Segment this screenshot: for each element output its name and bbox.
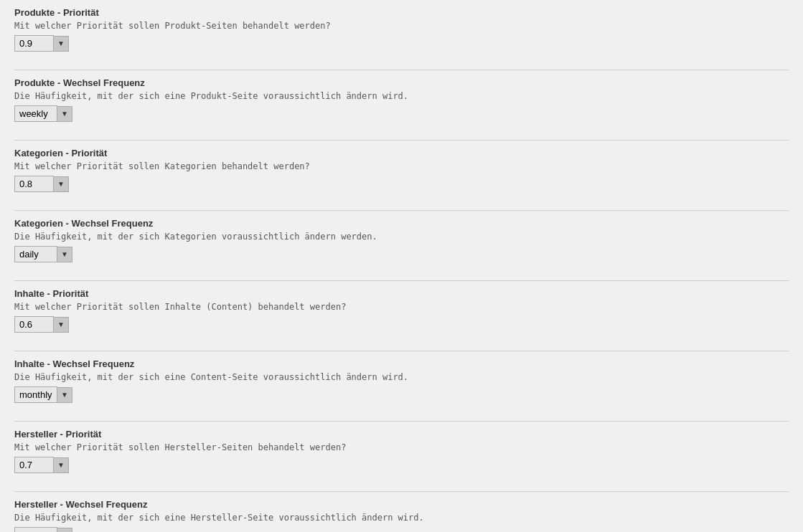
divider xyxy=(14,491,789,492)
label-hersteller-frequenz: Hersteller - Wechsel Frequenz xyxy=(14,499,789,510)
field-group-inhalte-frequenz: Inhalte - Wechsel FrequenzDie Häufigkeit… xyxy=(14,358,789,407)
select-arrow-kategorien-prioritaet[interactable]: ▼ xyxy=(54,176,69,192)
label-inhalte-prioritaet: Inhalte - Priorität xyxy=(14,288,789,299)
field-group-kategorien-frequenz: Kategorien - Wechsel FrequenzDie Häufigk… xyxy=(14,218,789,266)
select-wrapper-kategorien-frequenz: alwayshourlydailyweeklymonthlyyearlyneve… xyxy=(14,246,72,262)
field-group-inhalte-prioritaet: Inhalte - PrioritätMit welcher Priorität… xyxy=(14,288,789,336)
divider xyxy=(14,210,789,211)
select-wrapper-inhalte-frequenz: alwayshourlydailyweeklymonthlyyearlyneve… xyxy=(14,386,72,403)
description-hersteller-frequenz: Die Häufigkeit, mit der sich eine Herste… xyxy=(14,513,789,523)
select-wrapper-kategorien-prioritaet: 0.00.10.20.30.40.50.60.70.80.91.0▼ xyxy=(14,176,69,192)
select-arrow-hersteller-frequenz[interactable]: ▼ xyxy=(57,528,72,533)
select-produkte-prioritaet[interactable]: 0.00.10.20.30.40.50.60.70.80.91.0 xyxy=(14,35,54,52)
label-produkte-frequenz: Produkte - Wechsel Frequenz xyxy=(14,77,789,88)
select-arrow-produkte-prioritaet[interactable]: ▼ xyxy=(54,36,69,52)
description-kategorien-frequenz: Die Häufigkeit, mit der sich Kategorien … xyxy=(14,232,789,242)
select-wrapper-inhalte-prioritaet: 0.00.10.20.30.40.50.60.70.80.91.0▼ xyxy=(14,316,69,333)
label-kategorien-prioritaet: Kategorien - Priorität xyxy=(14,148,789,158)
select-arrow-produkte-frequenz[interactable]: ▼ xyxy=(57,106,72,122)
select-kategorien-frequenz[interactable]: alwayshourlydailyweeklymonthlyyearlyneve… xyxy=(14,246,57,262)
divider xyxy=(14,140,789,141)
label-kategorien-frequenz: Kategorien - Wechsel Frequenz xyxy=(14,218,789,229)
label-hersteller-prioritaet: Hersteller - Priorität xyxy=(14,429,789,440)
description-kategorien-prioritaet: Mit welcher Priorität sollen Kategorien … xyxy=(14,161,789,171)
select-wrapper-hersteller-prioritaet: 0.00.10.20.30.40.50.60.70.80.91.0▼ xyxy=(14,457,69,473)
field-group-hersteller-frequenz: Hersteller - Wechsel FrequenzDie Häufigk… xyxy=(14,499,789,532)
select-inhalte-frequenz[interactable]: alwayshourlydailyweeklymonthlyyearlyneve… xyxy=(14,386,57,403)
field-group-hersteller-prioritaet: Hersteller - PrioritätMit welcher Priori… xyxy=(14,429,789,477)
select-arrow-inhalte-frequenz[interactable]: ▼ xyxy=(57,387,72,403)
select-arrow-hersteller-prioritaet[interactable]: ▼ xyxy=(54,457,69,473)
divider xyxy=(14,421,789,422)
select-inhalte-prioritaet[interactable]: 0.00.10.20.30.40.50.60.70.80.91.0 xyxy=(14,316,54,333)
select-produkte-frequenz[interactable]: alwayshourlydailyweeklymonthlyyearlyneve… xyxy=(14,105,57,122)
field-group-produkte-frequenz: Produkte - Wechsel FrequenzDie Häufigkei… xyxy=(14,77,789,125)
select-hersteller-frequenz[interactable]: alwayshourlydailyweeklymonthlyyearlyneve… xyxy=(14,527,57,532)
settings-container: Produkte - PrioritätMit welcher Prioritä… xyxy=(0,0,803,532)
field-group-kategorien-prioritaet: Kategorien - PrioritätMit welcher Priori… xyxy=(14,148,789,196)
description-inhalte-frequenz: Die Häufigkeit, mit der sich eine Conten… xyxy=(14,372,789,382)
divider xyxy=(14,280,789,281)
select-wrapper-produkte-frequenz: alwayshourlydailyweeklymonthlyyearlyneve… xyxy=(14,105,72,122)
divider xyxy=(14,351,789,351)
select-kategorien-prioritaet[interactable]: 0.00.10.20.30.40.50.60.70.80.91.0 xyxy=(14,176,54,192)
description-hersteller-prioritaet: Mit welcher Priorität sollen Hersteller-… xyxy=(14,442,789,452)
field-group-produkte-prioritaet: Produkte - PrioritätMit welcher Prioritä… xyxy=(14,7,789,55)
description-produkte-frequenz: Die Häufigkeit, mit der sich eine Produk… xyxy=(14,91,789,101)
divider xyxy=(14,70,789,70)
label-inhalte-frequenz: Inhalte - Wechsel Frequenz xyxy=(14,358,789,369)
select-arrow-inhalte-prioritaet[interactable]: ▼ xyxy=(54,317,69,333)
description-produkte-prioritaet: Mit welcher Priorität sollen Produkt-Sei… xyxy=(14,21,789,31)
label-produkte-prioritaet: Produkte - Priorität xyxy=(14,7,789,18)
select-wrapper-produkte-prioritaet: 0.00.10.20.30.40.50.60.70.80.91.0▼ xyxy=(14,35,69,52)
select-arrow-kategorien-frequenz[interactable]: ▼ xyxy=(57,247,72,262)
select-hersteller-prioritaet[interactable]: 0.00.10.20.30.40.50.60.70.80.91.0 xyxy=(14,457,54,473)
select-wrapper-hersteller-frequenz: alwayshourlydailyweeklymonthlyyearlyneve… xyxy=(14,527,72,532)
description-inhalte-prioritaet: Mit welcher Priorität sollen Inhalte (Co… xyxy=(14,302,789,312)
